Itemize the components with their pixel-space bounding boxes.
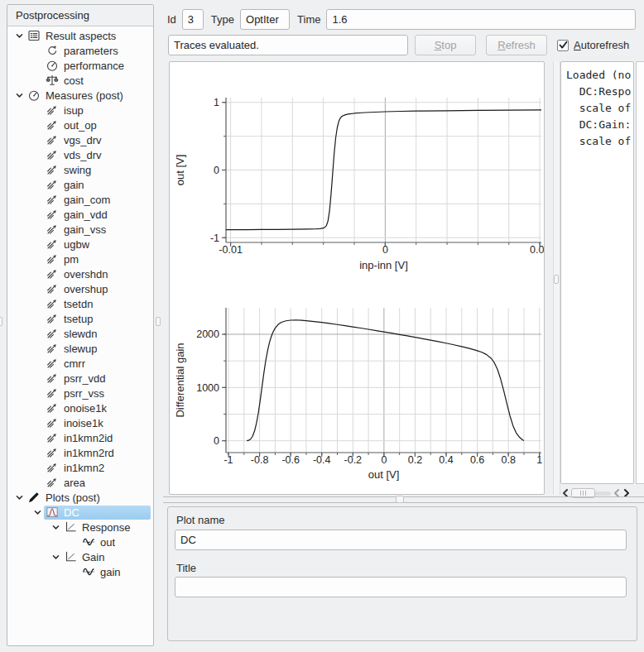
- chevron-spacer: [67, 535, 80, 549]
- tree-item-cost[interactable]: cost: [7, 73, 153, 88]
- list-icon: [26, 29, 42, 42]
- chevron-down-icon[interactable]: [49, 550, 62, 563]
- measure-icon: [44, 193, 60, 206]
- chevron-down-icon[interactable]: [12, 89, 26, 102]
- tree-item-parameters[interactable]: parameters: [7, 43, 153, 58]
- tree-item-onoise1k[interactable]: onoise1k: [7, 400, 153, 415]
- svg-text:-1: -1: [210, 233, 219, 244]
- svg-text:-1: -1: [223, 454, 233, 466]
- tree-item-vds-drv[interactable]: vds_drv: [7, 147, 153, 162]
- postprocessing-panel: Postprocessing Result aspectsparametersp…: [7, 4, 154, 646]
- horizontal-splitter-grip[interactable]: [396, 496, 404, 503]
- chevron-down-icon[interactable]: [31, 506, 44, 519]
- log-panel[interactable]: Loaded (no DC:Respo scale of DC:Gain: sc…: [560, 61, 634, 484]
- tree-item-vgs-drv[interactable]: vgs_drv: [7, 132, 153, 147]
- chevron-spacer: [31, 118, 44, 132]
- tree-item-in1kmn2[interactable]: in1kmn2: [7, 460, 153, 475]
- time-label: Time: [297, 13, 320, 26]
- tree-item-inoise1k[interactable]: inoise1k: [7, 415, 153, 430]
- tree-item-content: vgs_drv: [44, 133, 151, 147]
- measure-icon: [44, 148, 60, 161]
- tree-item-slewdn[interactable]: slewdn: [7, 326, 153, 341]
- tree-item-dc[interactable]: DC: [7, 505, 153, 520]
- tree-item-out-op[interactable]: out_op: [7, 117, 153, 132]
- tree-item-overshup[interactable]: overshup: [7, 281, 153, 296]
- chevron-spacer: [31, 59, 44, 72]
- tree-item-label: out: [100, 536, 115, 549]
- tree-item-swing[interactable]: swing: [7, 162, 153, 177]
- status-row: Stop Refresh Autorefresh: [168, 35, 644, 55]
- measure-icon: [44, 386, 60, 400]
- tree-item-content: slewup: [44, 342, 151, 356]
- tree-item-in1kmn2rd[interactable]: in1kmn2rd: [7, 445, 153, 460]
- tree-item-content: gain_vdd: [44, 208, 151, 222]
- tree-item-out[interactable]: out: [7, 535, 153, 549]
- tree-item-psrr-vss[interactable]: psrr_vss: [7, 386, 153, 400]
- autorefresh-checkbox[interactable]: [557, 40, 569, 51]
- tree-item-cmrr[interactable]: cmrr: [7, 356, 153, 371]
- tree-item-label: inoise1k: [64, 417, 103, 429]
- tree-item-result-aspects[interactable]: Result aspects: [7, 28, 153, 43]
- chevron-spacer: [31, 282, 44, 295]
- title-field[interactable]: [175, 577, 627, 597]
- tree-item-label: vds_drv: [64, 149, 102, 161]
- tree-item-pm[interactable]: pm: [7, 252, 153, 266]
- tree-item-label: in1kmn2id: [64, 432, 113, 444]
- measure-icon: [44, 163, 60, 176]
- svg-text:-0.2: -0.2: [344, 454, 363, 466]
- tree-item-content: Measures (post): [26, 89, 151, 103]
- chevron-spacer: [31, 252, 44, 266]
- chevron-down-icon[interactable]: [49, 520, 62, 534]
- tree-item-area[interactable]: area: [7, 475, 153, 490]
- tree-item-response[interactable]: Response: [7, 520, 153, 535]
- panel-title: Postprocessing: [7, 5, 153, 26]
- tree-item-gain-vss[interactable]: gain_vss: [7, 222, 153, 237]
- svg-text:-0.6: -0.6: [281, 454, 300, 466]
- tree-item-measures-post[interactable]: Measures (post): [7, 88, 153, 103]
- svg-text:0: 0: [381, 454, 387, 466]
- tree-item-gain-com[interactable]: gain_com: [7, 192, 153, 207]
- tree-item-content: Response: [62, 520, 151, 535]
- type-field[interactable]: [240, 9, 290, 30]
- tree-item-ugbw[interactable]: ugbw: [7, 237, 153, 252]
- wand-icon: [44, 44, 60, 57]
- vertical-splitter-grip[interactable]: [156, 317, 161, 326]
- dc-plots-canvas[interactable]: -0.0100.0110-1inp-inn [V]out [V]-1-0.8-0…: [170, 62, 544, 494]
- tree-item-gain-vdd[interactable]: gain_vdd: [7, 207, 153, 222]
- tree-item-plots-post[interactable]: Plots (post): [7, 490, 153, 505]
- measure-icon: [44, 178, 60, 191]
- autorefresh-label[interactable]: Autorefresh: [574, 39, 629, 51]
- tree-item-in1kmn2id[interactable]: in1kmn2id: [7, 430, 153, 445]
- refresh-button-label: Refresh: [497, 39, 536, 51]
- window-edge-splitter-grip[interactable]: [0, 317, 2, 326]
- tree-item-isup[interactable]: isup: [7, 103, 153, 117]
- tree-item-slewup[interactable]: slewup: [7, 341, 153, 356]
- time-field[interactable]: [326, 9, 636, 30]
- tree-item-label: Measures (post): [46, 89, 123, 102]
- refresh-button[interactable]: Refresh: [486, 35, 547, 55]
- tree-item-tsetdn[interactable]: tsetdn: [7, 296, 153, 311]
- tree-item-gain[interactable]: gain: [7, 177, 153, 192]
- status-field[interactable]: [168, 35, 408, 55]
- tree-item-label: area: [64, 477, 85, 489]
- tree-item-label: overshdn: [64, 268, 108, 280]
- plot-name-field[interactable]: [175, 530, 627, 550]
- stop-button[interactable]: Stop: [415, 35, 476, 55]
- id-field[interactable]: [182, 9, 204, 30]
- chevron-down-icon[interactable]: [12, 491, 26, 504]
- plot-properties-group: Plot name Title: [167, 506, 637, 641]
- tree-item-gain[interactable]: gain: [7, 564, 153, 579]
- plot-log-splitter-grip[interactable]: [554, 275, 559, 284]
- plot-canvas-panel[interactable]: -0.0100.0110-1inp-inn [V]out [V]-1-0.8-0…: [169, 61, 545, 495]
- tree-item-gain[interactable]: Gain: [7, 549, 153, 564]
- tree-item-overshdn[interactable]: overshdn: [7, 266, 153, 281]
- chevron-spacer: [31, 312, 44, 325]
- tree-item-label: out_op: [64, 119, 97, 132]
- tree-item-label: Plots (post): [46, 491, 100, 504]
- svg-text:inp-inn [V]: inp-inn [V]: [359, 259, 408, 271]
- chevron-down-icon[interactable]: [12, 29, 26, 42]
- measure-icon: [44, 297, 60, 310]
- tree-item-tsetup[interactable]: tsetup: [7, 311, 153, 326]
- tree-item-psrr-vdd[interactable]: psrr_vdd: [7, 371, 153, 386]
- tree-item-performance[interactable]: performance: [7, 58, 153, 73]
